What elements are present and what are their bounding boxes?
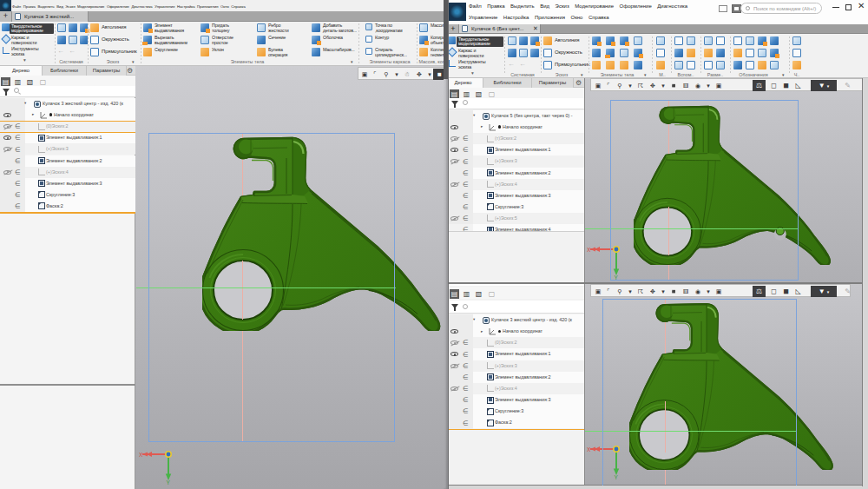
svg-text:Y: Y — [167, 479, 171, 486]
svg-text:X: X — [587, 446, 591, 453]
svg-text:X: X — [139, 452, 143, 458]
svg-text:X: X — [587, 247, 591, 253]
